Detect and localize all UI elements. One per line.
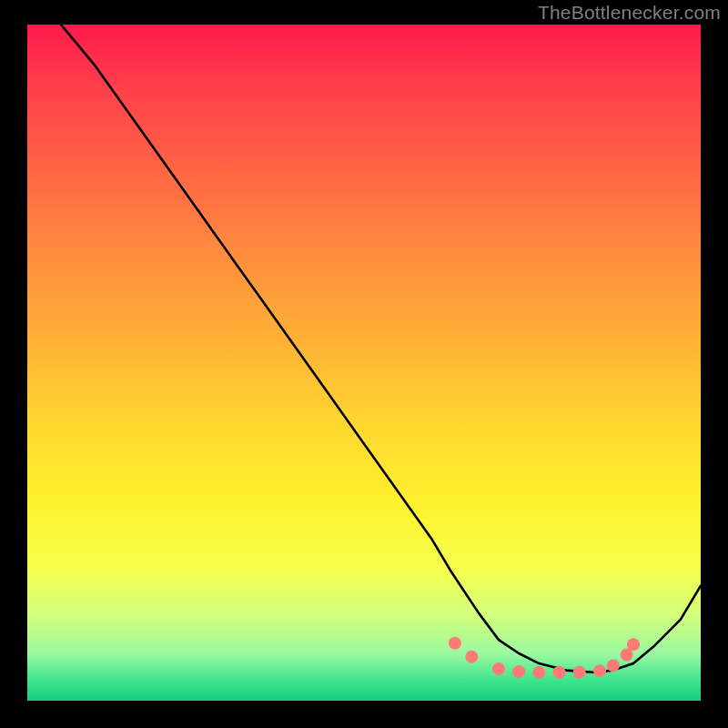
- bottleneck-curve: [61, 25, 701, 672]
- plot-area: [27, 25, 701, 701]
- curve-marker: [553, 666, 566, 679]
- curve-marker: [532, 666, 545, 679]
- watermark-text: TheBottlenecker.com: [538, 2, 721, 24]
- curve-marker: [449, 637, 461, 650]
- curve-marker: [627, 638, 640, 651]
- curve-marker: [593, 664, 606, 677]
- curve-marker: [607, 659, 620, 672]
- curve-marker: [465, 651, 478, 663]
- curve-markers: [449, 637, 640, 679]
- curve-marker: [573, 666, 586, 679]
- curve-marker: [512, 665, 525, 678]
- curve-marker: [492, 662, 505, 675]
- chart-svg: [27, 25, 701, 701]
- chart-frame: TheBottlenecker.com: [0, 0, 728, 728]
